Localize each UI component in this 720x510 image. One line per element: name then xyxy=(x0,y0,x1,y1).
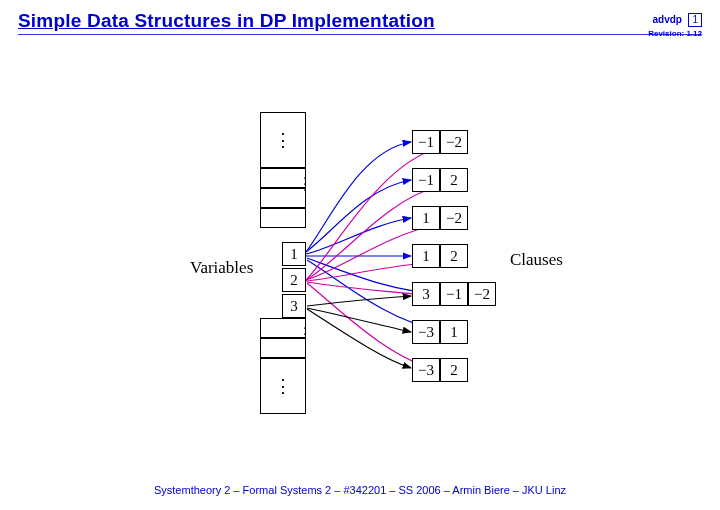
clause-1-lit-b: 2 xyxy=(440,168,468,192)
dots-upper: ... xyxy=(300,172,310,190)
var-1-label: 1 xyxy=(290,246,298,263)
dots-lower: .. xyxy=(300,322,310,334)
var-2-label: 2 xyxy=(290,272,298,289)
vdots-icon: ⋮ xyxy=(274,375,292,397)
clause-2-lit-a: 1 xyxy=(412,206,440,230)
variables-label: Variables xyxy=(190,258,253,278)
var-stack-top: ⋮ xyxy=(260,112,306,168)
clause-6-lit-b: 2 xyxy=(440,358,468,382)
clause-4-lit-a: 3 xyxy=(412,282,440,306)
var-slot-c xyxy=(260,208,306,228)
var-2-box: 2 xyxy=(282,268,306,292)
clause-1-lit-a: −1 xyxy=(412,168,440,192)
clause-5-lit-a: −3 xyxy=(412,320,440,344)
diagram-arrows xyxy=(0,0,720,510)
vdots-icon: ⋮ xyxy=(274,129,292,151)
clause-0-lit-b: −2 xyxy=(440,130,468,154)
clause-4-lit-b: −1 xyxy=(440,282,468,306)
clause-3-lit-b: 2 xyxy=(440,244,468,268)
clause-4-lit-c: −2 xyxy=(468,282,496,306)
var-slot-b xyxy=(260,188,306,208)
clause-3-lit-a: 1 xyxy=(412,244,440,268)
footer-text: Systemtheory 2 – Formal Systems 2 – #342… xyxy=(0,484,720,496)
clause-6-lit-a: −3 xyxy=(412,358,440,382)
diagram: ⋮ ... 1 2 3 .. ⋮ Variables Clauses −1 −2… xyxy=(0,0,720,510)
clauses-label: Clauses xyxy=(510,250,563,270)
var-stack-bottom: ⋮ xyxy=(260,358,306,414)
clause-5-lit-b: 1 xyxy=(440,320,468,344)
var-3-box: 3 xyxy=(282,294,306,318)
var-3-label: 3 xyxy=(290,298,298,315)
clause-2-lit-b: −2 xyxy=(440,206,468,230)
var-1-box: 1 xyxy=(282,242,306,266)
var-slot-e xyxy=(260,338,306,358)
clause-0-lit-a: −1 xyxy=(412,130,440,154)
